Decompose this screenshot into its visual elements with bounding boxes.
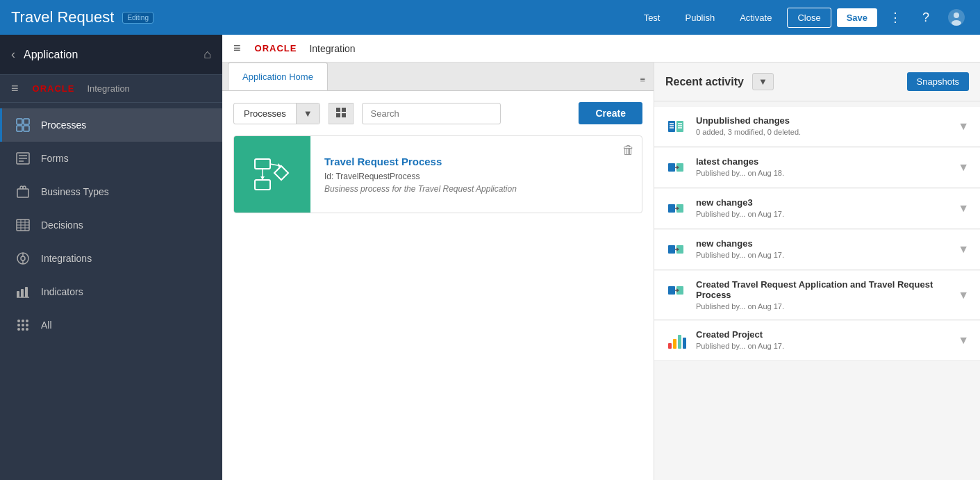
process-card[interactable]: Travel Request Process Id: TravelRequest… [233, 135, 642, 213]
sidebar-item-label-all: All [41, 320, 52, 331]
hamburger-content[interactable]: ≡ [233, 41, 241, 56]
more-options-button[interactable]: ⋮ [883, 5, 908, 30]
close-button[interactable]: Close [787, 8, 831, 28]
application-home-tab[interactable]: Application Home [228, 63, 328, 90]
svg-rect-39 [255, 159, 270, 169]
back-arrow-button[interactable]: ‹ [11, 47, 15, 62]
svg-rect-50 [676, 121, 683, 132]
editing-badge: Editing [122, 12, 153, 24]
svg-point-1 [954, 13, 959, 18]
svg-point-30 [22, 324, 24, 326]
activity-filter-dropdown[interactable]: ▼ [752, 73, 774, 90]
oracle-product-label: Integration [87, 83, 129, 94]
sidebar: ‹ Application ⌂ ≡ ORACLE Integration [0, 35, 222, 480]
content-wrapper: ≡ ORACLE Integration Application Home ≡ [222, 35, 980, 480]
activity-list: Unpublished changes 0 added, 3 modified,… [654, 101, 980, 480]
process-type-dropdown[interactable]: Processes ▼ [233, 103, 320, 124]
home-icon-button[interactable]: ⌂ [204, 47, 211, 62]
svg-rect-58 [668, 204, 675, 213]
activity-subtitle-newchanges: Published by... on Aug 17. [696, 251, 952, 259]
top-bar-actions: Test Publish Activate Close Save ⋮ ? [634, 5, 969, 30]
sidebar-nav: Processes Forms [0, 103, 222, 480]
activity-title-newchanges: new changes [696, 238, 952, 249]
integrations-icon [16, 251, 30, 265]
activity-expand-icon-3[interactable]: ▼ [958, 243, 969, 256]
right-panel-title: Recent activity [665, 76, 744, 88]
oracle-integration-label: Integration [309, 43, 355, 54]
sidebar-item-integrations[interactable]: Integrations [0, 242, 222, 275]
help-button[interactable]: ? [913, 5, 938, 30]
activity-title-change3: new change3 [696, 197, 952, 208]
decisions-icon [16, 218, 30, 232]
process-card-delete-button[interactable]: 🗑 [622, 143, 635, 158]
right-panel-header: Recent activity ▼ Snapshots [654, 63, 980, 101]
activity-icon-latest [665, 156, 688, 179]
svg-rect-54 [668, 163, 675, 172]
top-bar: Travel Request Editing Test Publish Acti… [0, 0, 980, 35]
forms-icon [16, 151, 30, 165]
process-card-name: Travel Request Process [324, 156, 628, 167]
svg-rect-3 [17, 119, 22, 124]
search-input[interactable] [362, 103, 501, 124]
sidebar-item-label-processes: Processes [41, 119, 86, 131]
sidebar-item-indicators[interactable]: Indicators [0, 275, 222, 308]
svg-point-2 [952, 20, 961, 26]
save-button[interactable]: Save [837, 8, 877, 27]
activity-body-created-travel: Created Travel Request Application and T… [696, 279, 952, 311]
process-dropdown-arrow[interactable]: ▼ [296, 104, 319, 124]
sidebar-item-decisions[interactable]: Decisions [0, 208, 222, 242]
create-button[interactable]: Create [579, 102, 642, 124]
content-toolbar: Processes ▼ [233, 102, 642, 124]
sidebar-item-processes[interactable]: Processes [0, 108, 222, 142]
process-card-description: Business process for the Travel Request … [324, 184, 628, 194]
sidebar-item-all[interactable]: All [0, 308, 222, 342]
svg-rect-4 [24, 119, 29, 124]
activity-item-created-travel[interactable]: Created Travel Request Application and T… [654, 271, 980, 320]
page-title: Travel Request [11, 8, 114, 26]
activity-expand-icon-1[interactable]: ▼ [958, 161, 969, 174]
activity-expand-icon-0[interactable]: ▼ [958, 120, 969, 133]
sidebar-item-business-types[interactable]: Business Types [0, 175, 222, 208]
activity-body-latest: latest changes Published by... on Aug 18… [696, 156, 952, 177]
activity-subtitle-created-project: Published by... on Aug 17. [696, 342, 952, 350]
publish-button[interactable]: Publish [675, 8, 724, 27]
activity-body-change3: new change3 Published by... on Aug 17. [696, 197, 952, 218]
grid-view-button[interactable] [329, 103, 354, 124]
business-types-icon [16, 185, 30, 199]
activity-item-change3[interactable]: new change3 Published by... on Aug 17. ▼ [654, 189, 980, 229]
svg-rect-22 [17, 291, 19, 297]
activity-expand-icon-2[interactable]: ▼ [958, 202, 969, 215]
svg-point-27 [22, 320, 24, 322]
svg-point-26 [17, 320, 20, 322]
user-avatar-button[interactable] [944, 5, 969, 30]
indicators-icon [16, 285, 30, 299]
activity-expand-icon-4[interactable]: ▼ [958, 289, 969, 301]
activity-subtitle-latest: Published by... on Aug 18. [696, 169, 952, 177]
svg-point-31 [26, 324, 28, 326]
activate-button[interactable]: Activate [730, 8, 781, 27]
oracle-bar: ≡ ORACLE Integration [0, 75, 222, 103]
activity-item-unpublished[interactable]: Unpublished changes 0 added, 3 modified,… [654, 107, 980, 147]
svg-point-34 [26, 328, 28, 331]
sidebar-item-label-business-types: Business Types [41, 186, 109, 197]
snapshots-button[interactable]: Snapshots [907, 72, 969, 91]
hamburger-menu[interactable]: ≡ [11, 81, 19, 96]
sidebar-app-title: Application [24, 49, 78, 61]
processes-icon [16, 118, 30, 132]
svg-rect-38 [342, 113, 346, 117]
activity-title-unpublished: Unpublished changes [696, 115, 952, 126]
activity-expand-icon-5[interactable]: ▼ [958, 334, 969, 347]
oracle-logo-content: ORACLE [255, 43, 297, 53]
activity-body-unpublished: Unpublished changes 0 added, 3 modified,… [696, 115, 952, 136]
activity-item-created-project[interactable]: Created Project Published by... on Aug 1… [654, 321, 980, 361]
test-button[interactable]: Test [634, 8, 670, 27]
tab-bar-menu-btn[interactable]: ≡ [631, 69, 654, 90]
svg-rect-71 [673, 339, 676, 349]
activity-icon-change3 [665, 197, 688, 220]
main-layout: ‹ Application ⌂ ≡ ORACLE Integration [0, 35, 980, 480]
activity-body-created-project: Created Project Published by... on Aug 1… [696, 329, 952, 350]
sidebar-item-forms[interactable]: Forms [0, 142, 222, 175]
activity-item-latest[interactable]: latest changes Published by... on Aug 18… [654, 148, 980, 188]
activity-item-newchanges[interactable]: new changes Published by... on Aug 17. ▼ [654, 230, 980, 270]
activity-title-latest: latest changes [696, 156, 952, 167]
